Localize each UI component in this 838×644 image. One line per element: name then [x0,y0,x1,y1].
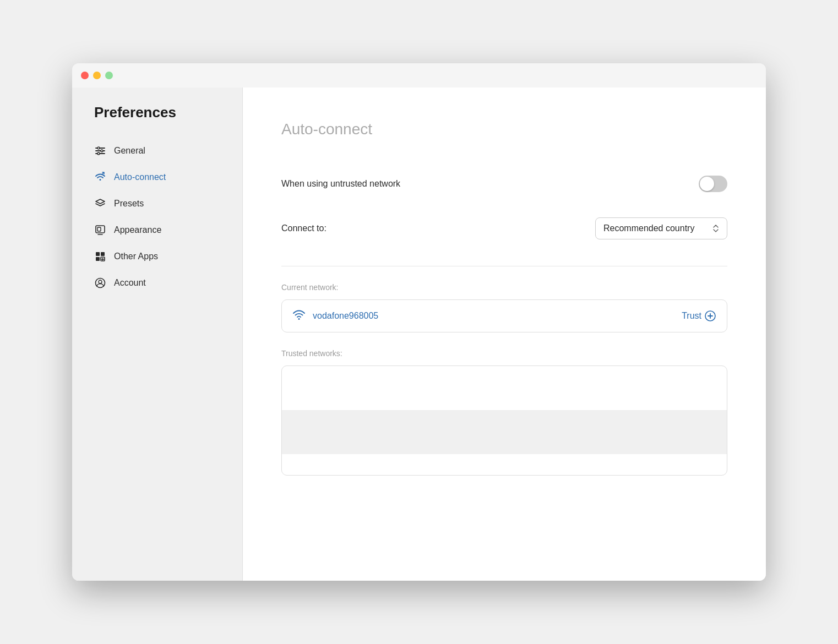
svg-point-6 [100,179,101,181]
current-network-section: Current network: vodafone968005 [281,283,727,476]
app-window: Preferences General [72,63,766,581]
svg-rect-11 [96,252,100,256]
svg-rect-12 [101,252,105,256]
divider-1 [281,266,727,266]
svg-point-3 [97,147,100,149]
svg-point-4 [101,150,103,152]
minimize-button[interactable] [93,72,101,79]
sidebar-appearance-label: Appearance [114,225,161,235]
svg-point-18 [99,280,102,283]
svg-rect-9 [97,227,101,231]
sidebar: Preferences General [72,88,243,581]
connect-to-value: Recommended country [603,223,694,233]
otherapps-icon [94,250,106,263]
sidebar-item-autoconnect[interactable]: Auto-connect [72,164,242,190]
untrusted-network-row: When using untrusted network [281,166,727,202]
untrusted-network-toggle[interactable] [699,176,727,192]
svg-rect-13 [96,257,100,261]
wifi-icon [293,310,305,322]
account-icon [94,277,106,289]
trusted-networks-box [281,365,727,476]
chevron-updown-icon [712,224,719,233]
untrusted-network-label: When using untrusted network [281,179,400,189]
sidebar-item-account[interactable]: Account [72,270,242,296]
sidebar-item-appearance[interactable]: Appearance [72,217,242,243]
svg-marker-7 [96,199,105,204]
sidebar-item-general[interactable]: General [72,138,242,164]
trust-button[interactable]: Trust [682,310,716,321]
main-panel: Auto-connect When using untrusted networ… [243,88,766,581]
traffic-lights [81,72,113,79]
sidebar-presets-label: Presets [114,199,144,209]
untrusted-network-section: When using untrusted network Connect to:… [281,166,727,249]
autoconnect-icon [94,171,106,183]
sidebar-navigation: General Auto-connect [72,138,242,296]
content-area: Preferences General [72,88,766,581]
connect-to-row: Connect to: Recommended country [281,208,727,249]
connect-to-dropdown[interactable]: Recommended country [595,217,727,239]
maximize-button[interactable] [105,72,113,79]
network-item: vodafone968005 Trust [281,299,727,332]
sidebar-title: Preferences [72,104,242,121]
page-title: Auto-connect [281,121,727,138]
current-network-label: Current network: [281,283,727,292]
titlebar [72,63,766,88]
sidebar-account-label: Account [114,278,146,288]
appearance-icon [94,224,106,236]
connect-to-label: Connect to: [281,223,327,233]
network-name: vodafone968005 [313,311,378,321]
presets-icon [94,198,106,210]
network-info: vodafone968005 [293,310,378,322]
trusted-networks-label: Trusted networks: [281,349,727,358]
svg-point-19 [298,318,300,320]
sliders-icon [94,145,106,157]
sidebar-autoconnect-label: Auto-connect [114,172,166,182]
close-button[interactable] [81,72,89,79]
trusted-networks-placeholder [282,410,727,454]
svg-point-5 [97,152,100,155]
sidebar-item-presets[interactable]: Presets [72,190,242,217]
sidebar-otherapps-label: Other Apps [114,252,158,261]
sidebar-item-otherapps[interactable]: Other Apps [72,243,242,270]
sidebar-general-label: General [114,146,145,156]
toggle-knob [700,177,714,191]
trust-label: Trust [682,311,701,321]
